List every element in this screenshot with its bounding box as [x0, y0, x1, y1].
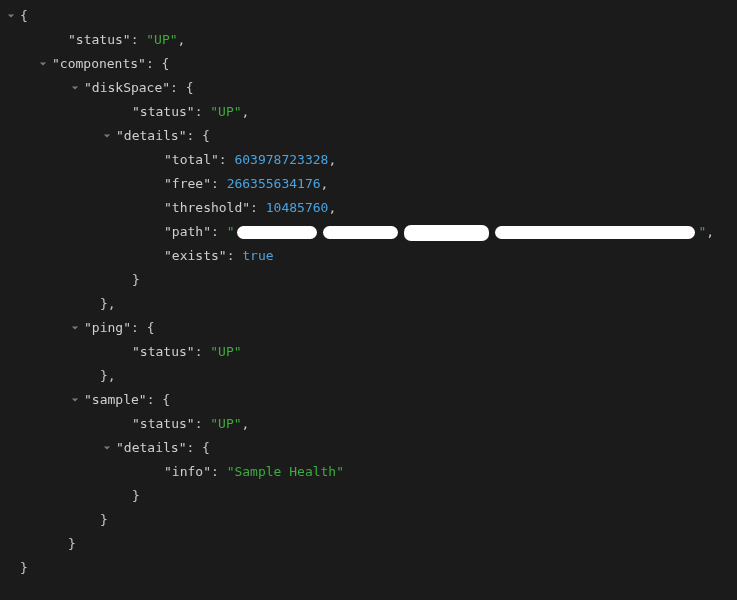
json-line: "total": 603978723328, — [4, 148, 737, 172]
brace-close: } — [20, 556, 28, 580]
json-line: "status": "UP", — [4, 100, 737, 124]
json-line: } — [4, 532, 737, 556]
redacted-value — [237, 226, 317, 239]
json-key: "ping" — [84, 316, 131, 340]
json-number: 266355634176 — [227, 172, 321, 196]
json-boolean: true — [242, 244, 273, 268]
chevron-down-icon[interactable] — [68, 321, 82, 335]
json-line: } — [4, 268, 737, 292]
json-line: "info": "Sample Health" — [4, 460, 737, 484]
json-key: "components" — [52, 52, 146, 76]
json-line: "details": { — [4, 436, 737, 460]
json-line: } — [4, 508, 737, 532]
json-key: "sample" — [84, 388, 147, 412]
chevron-down-icon[interactable] — [68, 81, 82, 95]
json-line: { — [4, 4, 737, 28]
json-line: "free": 266355634176, — [4, 172, 737, 196]
json-key: "threshold" — [164, 196, 250, 220]
json-key: "details" — [116, 124, 186, 148]
json-line: "details": { — [4, 124, 737, 148]
json-key: "status" — [132, 340, 195, 364]
json-key: "free" — [164, 172, 211, 196]
json-viewer: { "status": "UP", "components": { "diskS… — [0, 0, 737, 584]
json-string: "UP" — [210, 340, 241, 364]
json-key: "info" — [164, 460, 211, 484]
json-line: "diskSpace": { — [4, 76, 737, 100]
chevron-down-icon[interactable] — [100, 129, 114, 143]
json-line: "sample": { — [4, 388, 737, 412]
json-line: }, — [4, 292, 737, 316]
chevron-down-icon[interactable] — [4, 9, 18, 23]
json-key: "exists" — [164, 244, 227, 268]
json-line: "status": "UP", — [4, 412, 737, 436]
brace-close: } — [100, 364, 108, 388]
brace-close: } — [100, 508, 108, 532]
json-key: "total" — [164, 148, 219, 172]
json-line: "components": { — [4, 52, 737, 76]
json-key: "status" — [132, 412, 195, 436]
json-string: "UP" — [210, 100, 241, 124]
chevron-down-icon[interactable] — [68, 393, 82, 407]
json-line: } — [4, 556, 737, 580]
json-string: "UP" — [210, 412, 241, 436]
json-key: "status" — [132, 100, 195, 124]
json-key: "status" — [68, 28, 131, 52]
json-number: 603978723328 — [234, 148, 328, 172]
json-line: "path": "", — [4, 220, 737, 244]
chevron-down-icon[interactable] — [100, 441, 114, 455]
brace-close: } — [100, 292, 108, 316]
json-key: "path" — [164, 220, 211, 244]
json-string: "UP" — [146, 28, 177, 52]
json-key: "details" — [116, 436, 186, 460]
brace-close: } — [68, 532, 76, 556]
json-key: "diskSpace" — [84, 76, 170, 100]
json-number: 10485760 — [266, 196, 329, 220]
json-line: } — [4, 484, 737, 508]
json-line: "exists": true — [4, 244, 737, 268]
brace-close: } — [132, 268, 140, 292]
json-string: "Sample Health" — [227, 460, 344, 484]
brace-close: } — [132, 484, 140, 508]
brace-open: { — [20, 4, 28, 28]
json-string: "" — [227, 220, 707, 244]
chevron-down-icon[interactable] — [36, 57, 50, 71]
json-line: "status": "UP", — [4, 28, 737, 52]
json-line: "threshold": 10485760, — [4, 196, 737, 220]
json-line: }, — [4, 364, 737, 388]
json-line: "ping": { — [4, 316, 737, 340]
json-line: "status": "UP" — [4, 340, 737, 364]
